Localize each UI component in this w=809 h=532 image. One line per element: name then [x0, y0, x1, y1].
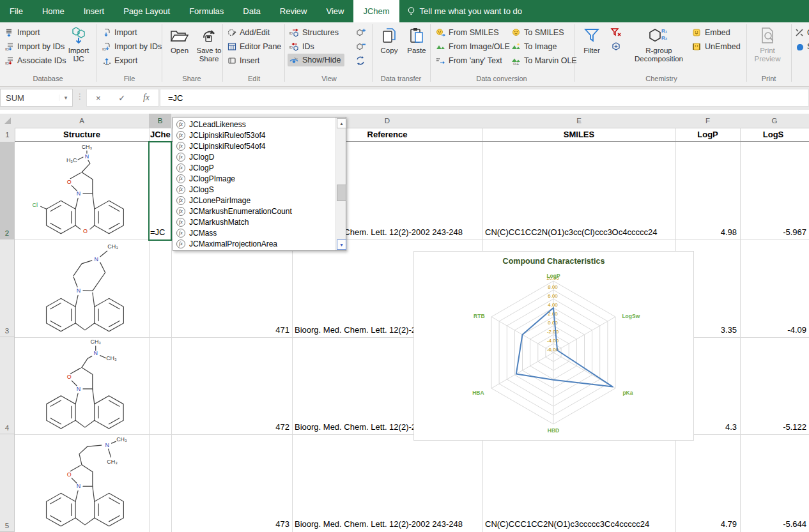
function-item[interactable]: fxJCMarkushEnumerationCount	[173, 206, 346, 217]
paste-button[interactable]: Paste	[404, 25, 429, 72]
radar-chart[interactable]: Compound Characteristics 10.008.006.004.…	[413, 251, 694, 441]
save-to-share-button[interactable]: Save to Share	[194, 25, 224, 72]
cell-g2[interactable]: -5.967	[742, 227, 806, 238]
tab-review[interactable]: Review	[270, 0, 317, 22]
cell-e2[interactable]: CN(C)CC1CC2N(O1)c3cc(Cl)ccc3Oc4ccccc24	[485, 227, 674, 238]
structure-image-row5[interactable]: CH₃NCH₃ON	[15, 435, 148, 531]
tell-me-box[interactable]: Tell me what you want to do	[399, 0, 522, 22]
standardize-button[interactable]: Sta	[795, 40, 809, 53]
import-ijc-button[interactable]: Import IJC	[64, 25, 93, 72]
rgroup-decomposition-button[interactable]: R₁ R₂ R-group Decomposition	[629, 25, 688, 72]
cell-c5[interactable]: 473	[174, 519, 289, 530]
function-item[interactable]: fxJCLipinskiRuleof54of4	[173, 141, 346, 151]
structure-image-row2[interactable]: CH₃H₃CNONOCl	[15, 142, 148, 239]
formula-input[interactable]: =JC	[160, 89, 809, 107]
add-structure-small-button[interactable]	[355, 26, 367, 39]
cell-f1[interactable]: LogP	[675, 128, 740, 141]
cell-b1[interactable]: JChe	[150, 128, 171, 141]
name-box[interactable]: SUM ▾	[0, 89, 73, 107]
cell-g5[interactable]: -5.644	[742, 519, 806, 530]
name-box-dropdown-icon[interactable]: ▾	[59, 95, 72, 101]
confirm-entry-button[interactable]: ✓	[118, 93, 125, 103]
tab-view[interactable]: View	[316, 0, 353, 22]
function-item[interactable]: fxJClogS	[173, 184, 346, 195]
db-associate-ids-button[interactable]: ID Associate IDs	[5, 54, 66, 67]
cell-g3[interactable]: -4.09	[742, 325, 806, 336]
unembed-button[interactable]: UnEmbed	[692, 40, 741, 53]
tab-jchem[interactable]: JChem	[353, 0, 399, 22]
column-header-g[interactable]: G	[740, 114, 809, 128]
refresh-small-button[interactable]	[355, 54, 366, 67]
tab-file[interactable]: File	[0, 0, 33, 22]
tab-formulas[interactable]: Formulas	[180, 0, 233, 22]
remove-structure-small-button[interactable]	[355, 40, 367, 53]
cell-d5[interactable]: Bioorg. Med. Chem. Lett. 12(2)-2002 243-…	[295, 519, 482, 530]
print-preview-button[interactable]: Print Preview	[750, 25, 785, 72]
from-any-text-button[interactable]: From 'any' Text	[436, 54, 502, 67]
view-structures-button[interactable]: ID Structures	[289, 26, 339, 39]
tab-page-layout[interactable]: Page Layout	[114, 0, 180, 22]
from-image-ole-button[interactable]: From Image/OLE	[436, 40, 510, 53]
function-item[interactable]: fxJCLeadLikeness	[173, 119, 346, 130]
dropdown-scrollbar[interactable]: ▲ ▼	[335, 118, 346, 250]
file-import-button[interactable]: Import	[102, 26, 137, 39]
db-import-by-ids-button[interactable]: ID Import by IDs	[5, 40, 65, 53]
function-item[interactable]: fxJClogD	[173, 151, 346, 162]
scroll-up-button[interactable]: ▲	[337, 118, 346, 128]
cell-c3[interactable]: 471	[174, 325, 289, 336]
filter-button[interactable]: Filter	[578, 25, 605, 72]
insert-button[interactable]: Insert	[227, 54, 259, 67]
file-export-button[interactable]: Export	[102, 54, 137, 67]
select-all-corner[interactable]	[0, 114, 15, 128]
scroll-thumb[interactable]	[337, 185, 346, 201]
cancel-entry-button[interactable]: ×	[96, 93, 101, 103]
function-item[interactable]: fxJClogPImage	[173, 173, 346, 184]
column-header-f[interactable]: F	[675, 114, 741, 128]
cell-f5[interactable]: 4.79	[677, 519, 737, 530]
embed-button[interactable]: Embed	[692, 26, 730, 39]
filter-options-button[interactable]	[610, 40, 622, 53]
cell-e5[interactable]: CN(C)CCC1CC2N(O1)c3ccccc3Cc4ccccc24	[485, 519, 674, 530]
options-button[interactable]: Opt	[795, 26, 809, 39]
column-header-e[interactable]: E	[482, 114, 676, 128]
db-import-button[interactable]: Import	[5, 26, 40, 39]
add-edit-button[interactable]: Add/Edit	[227, 26, 270, 39]
function-item[interactable]: fxJCMaximalProjectionArea	[173, 238, 346, 249]
function-item[interactable]: fxJClogP	[173, 162, 346, 173]
view-ids-button[interactable]: ID IDs	[289, 40, 314, 53]
row-header-1[interactable]: 1	[0, 128, 15, 142]
clear-filter-button[interactable]	[610, 26, 622, 39]
cell-e1[interactable]: SMILES	[482, 128, 675, 141]
column-header-b[interactable]: B	[149, 114, 172, 128]
insert-function-button[interactable]: fx	[143, 93, 150, 103]
row-header-2[interactable]: 2	[0, 142, 15, 239]
row-header-4[interactable]: 4	[0, 337, 15, 434]
row-header-5[interactable]: 5	[0, 434, 15, 532]
editor-pane-button[interactable]: Editor Pane	[227, 40, 281, 53]
structure-image-row4[interactable]: CH₃NCH₃ON	[15, 338, 148, 434]
cell-a1[interactable]: Structure	[15, 128, 149, 141]
row-header-3[interactable]: 3	[0, 239, 15, 337]
function-item[interactable]: fxJCMarkushMatch	[173, 217, 346, 227]
column-header-a[interactable]: A	[15, 114, 150, 128]
to-marvin-ole-button[interactable]: OLE To Marvin OLE	[511, 54, 577, 67]
file-import-by-ids-button[interactable]: ID Import by IDs	[102, 40, 162, 53]
cell-f2[interactable]: 4.98	[677, 227, 737, 238]
function-item[interactable]: fxJCLonePairImage	[173, 195, 346, 206]
to-smiles-button[interactable]: To SMILES	[511, 26, 564, 39]
copy-button[interactable]: Copy	[376, 25, 403, 72]
function-item[interactable]: fxJCMass	[173, 227, 346, 238]
to-image-button[interactable]: To Image	[511, 40, 557, 53]
cell-c4[interactable]: 472	[174, 422, 289, 433]
scroll-down-button[interactable]: ▼	[337, 239, 346, 250]
function-item[interactable]: fxJCLipinskiRuleof53of4	[173, 130, 346, 141]
tab-data[interactable]: Data	[233, 0, 270, 22]
open-button[interactable]: Open	[165, 25, 194, 72]
show-hide-button[interactable]: Show/Hide	[288, 54, 344, 66]
cell-g4[interactable]: -5.122	[742, 422, 806, 433]
tab-insert[interactable]: Insert	[74, 0, 114, 22]
structure-image-row3[interactable]: CH₃NN	[15, 240, 148, 337]
from-smiles-button[interactable]: From SMILES	[436, 26, 499, 39]
tab-home[interactable]: Home	[33, 0, 74, 22]
cell-g1[interactable]: LogS	[740, 128, 806, 141]
